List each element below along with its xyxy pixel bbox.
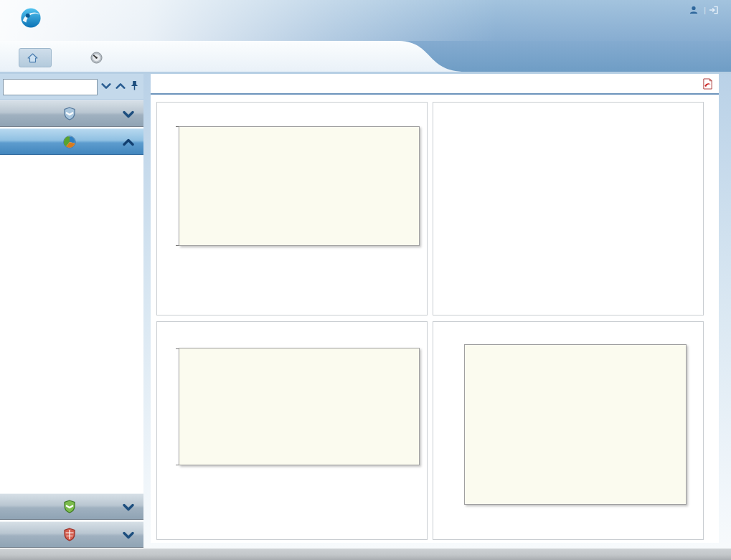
export-control	[699, 78, 713, 90]
tab-status[interactable]	[83, 48, 115, 67]
sidebar-section-dashboards[interactable]	[0, 128, 143, 155]
sidebar-section-devices[interactable]	[0, 100, 143, 127]
header-wave	[394, 41, 731, 72]
matrices-shield-icon	[63, 528, 76, 541]
chevron-up-icon	[123, 138, 134, 146]
logout-icon	[709, 6, 718, 14]
chevron-down-icon	[123, 531, 134, 539]
export-pdf-icon[interactable]	[702, 78, 713, 90]
pin-icon[interactable]	[130, 80, 139, 91]
changes-chart-plot	[464, 344, 687, 505]
changes-chart-panel	[433, 321, 704, 540]
sidebar-section-matrices[interactable]	[0, 521, 143, 548]
algosec-globe-icon	[20, 7, 42, 29]
search-bar	[0, 74, 143, 100]
groups-shield-icon	[63, 500, 76, 513]
chevron-up-icon[interactable]	[115, 82, 126, 90]
top-right-nav: |	[689, 4, 721, 14]
summary-titlebar	[151, 74, 719, 95]
algosec-logo	[20, 7, 46, 29]
rules-chart-panel	[156, 321, 428, 540]
chevron-down-icon[interactable]	[101, 82, 111, 90]
devices-shield-icon	[63, 107, 76, 120]
chevron-down-icon	[123, 110, 134, 118]
status-strip	[0, 549, 731, 560]
user-row: |	[689, 6, 721, 14]
chevron-down-icon	[123, 503, 134, 511]
tab-home[interactable]	[19, 48, 52, 67]
tab-bar	[0, 41, 731, 72]
main-content	[151, 74, 719, 543]
dashboard-grid	[151, 96, 719, 543]
risk-chart-panel	[156, 102, 428, 315]
search-input[interactable]	[3, 79, 98, 95]
rules-chart-plot	[179, 348, 420, 465]
security-rating-panel	[433, 102, 704, 315]
risk-chart-plot	[179, 126, 420, 246]
home-icon	[27, 52, 39, 64]
sidebar	[0, 74, 143, 549]
status-gauge-icon	[90, 52, 103, 64]
app-header: |	[0, 0, 731, 41]
dashboards-pie-icon	[63, 136, 76, 148]
app-window: |	[0, 0, 731, 560]
separator: |	[704, 6, 706, 14]
user-icon	[689, 6, 698, 14]
sidebar-section-groups[interactable]	[0, 493, 143, 520]
